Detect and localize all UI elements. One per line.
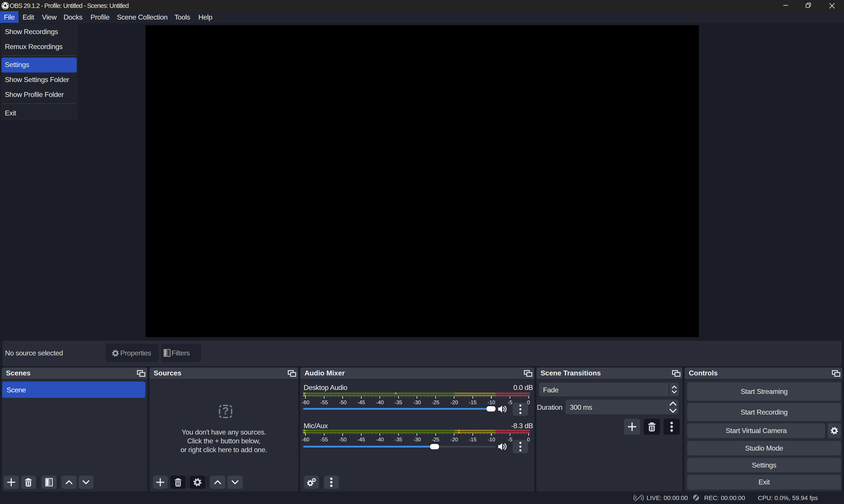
svg-text:?: ? xyxy=(222,405,229,417)
